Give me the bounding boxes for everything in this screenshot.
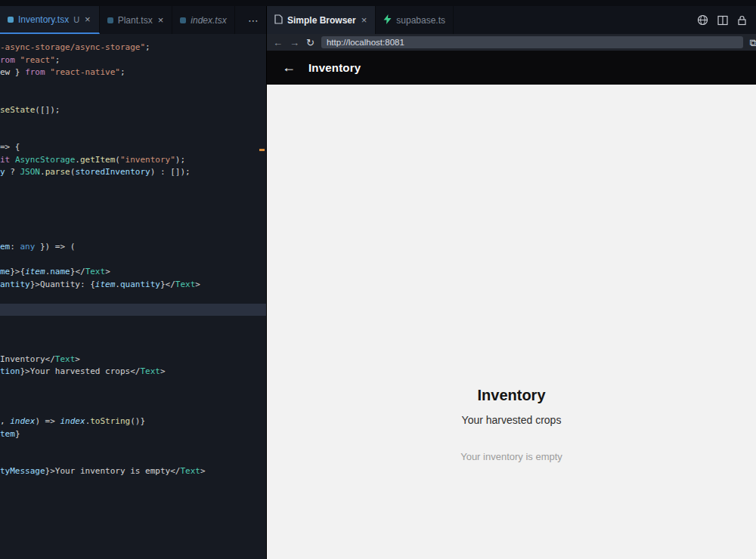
window-title-bar: [0, 0, 756, 6]
code-line: tyMessage}>Your inventory is empty</Text…: [0, 465, 266, 478]
code-line: [0, 403, 266, 416]
git-status-badge: U: [73, 15, 79, 24]
app-back-icon[interactable]: ←: [282, 60, 296, 76]
tab-plant-tsx[interactable]: Plant.tsx ×: [100, 6, 173, 34]
code-line: [0, 179, 266, 192]
code-line: [0, 304, 266, 317]
code-line: ew } from "react-native";: [0, 66, 266, 79]
code-line: tem}: [0, 428, 266, 441]
code-line: Inventory</Text>: [0, 354, 266, 366]
code-line: y ? JSON.parse(storedInventory) : []);: [0, 166, 266, 179]
code-line: [0, 329, 266, 341]
code-line: [0, 79, 266, 92]
url-input[interactable]: http://localhost:8081: [321, 36, 743, 48]
tab-supabase-ts[interactable]: supabase.ts: [376, 6, 454, 34]
close-icon[interactable]: ×: [84, 14, 91, 25]
code-line: seState([]);: [0, 104, 266, 117]
code-line: it AsyncStorage.getItem("inventory");: [0, 154, 266, 167]
close-icon[interactable]: ×: [157, 14, 165, 26]
code-line: [0, 291, 266, 304]
tab-label: Simple Browser: [287, 15, 356, 26]
code-line: [0, 440, 266, 453]
tab-label: Plant.tsx: [118, 15, 153, 26]
code-line: em: any }) => (: [0, 241, 266, 254]
code-line: [0, 453, 266, 466]
forward-icon[interactable]: →: [290, 38, 299, 48]
code-line: [0, 391, 266, 403]
code-line: [0, 116, 266, 129]
preview-page-icon: [274, 14, 283, 26]
browser-pane: Simple Browser × supabase.ts: [267, 6, 756, 559]
editor-actions: [697, 6, 756, 34]
tab-inventory-tsx[interactable]: Inventory.tsx U ×: [0, 6, 100, 34]
overview-ruler: [259, 34, 266, 559]
tsx-file-icon: [107, 17, 113, 23]
tab-label: index.tsx: [191, 15, 226, 26]
code-line: [0, 341, 266, 354]
workbench: Inventory.tsx U × Plant.tsx × index.tsx …: [0, 6, 756, 559]
empty-message: Your inventory is empty: [460, 451, 562, 462]
app-content: Inventory Your harvested crops Your inve…: [267, 85, 756, 559]
supabase-bolt-icon: [383, 14, 392, 26]
tsx-file-icon: [180, 17, 186, 23]
code-line: -async-storage/async-storage";: [0, 42, 266, 54]
more-tabs-icon[interactable]: ⋯: [240, 6, 266, 34]
code-line: [0, 191, 266, 204]
code-line: [0, 216, 266, 229]
globe-icon[interactable]: [697, 14, 708, 26]
code-line: [0, 316, 266, 329]
code-line: , index) => index.toString()}: [0, 415, 266, 428]
editor-pane: Inventory.tsx U × Plant.tsx × index.tsx …: [0, 6, 267, 559]
code-line: antity}>Quantity: {item.quantity}</Text>: [0, 279, 266, 292]
tsx-file-icon: [8, 17, 14, 23]
code-line: [0, 129, 266, 142]
code-line: [0, 378, 266, 391]
editor-tab-bar: Inventory.tsx U × Plant.tsx × index.tsx …: [0, 6, 266, 34]
browser-tab-bar: Simple Browser × supabase.ts: [267, 6, 756, 34]
tab-label: supabase.ts: [396, 15, 445, 26]
split-editor-icon[interactable]: [717, 15, 728, 26]
inventory-heading: Inventory: [477, 387, 545, 404]
code-line: me}>{item.name}</Text>: [0, 266, 266, 279]
back-icon[interactable]: ←: [273, 38, 283, 48]
code-line: [0, 204, 266, 217]
app-header-title: Inventory: [308, 61, 361, 74]
code-line: [0, 254, 266, 267]
tab-label: Inventory.tsx: [18, 14, 69, 25]
code-line: [0, 91, 266, 104]
tab-simple-browser[interactable]: Simple Browser ×: [267, 6, 376, 34]
code-line: tion}>Your harvested crops</Text>: [0, 366, 266, 378]
code-editor[interactable]: -async-storage/async-storage";rom "react…: [0, 34, 266, 559]
app-header: ← Inventory: [267, 51, 756, 85]
code-line: => {: [0, 141, 266, 154]
close-icon[interactable]: ×: [361, 14, 368, 26]
open-external-icon[interactable]: ⧉: [750, 38, 756, 48]
browser-nav-bar: ← → ↻ http://localhost:8081 ⧉: [267, 34, 756, 51]
code-area: -async-storage/async-storage";rom "react…: [0, 42, 266, 478]
code-line: rom "react";: [0, 54, 266, 67]
code-line: [0, 229, 266, 242]
modified-marker: [259, 149, 265, 151]
inventory-subheading: Your harvested crops: [462, 414, 562, 426]
reload-icon[interactable]: ↻: [306, 38, 314, 48]
lock-icon[interactable]: [737, 15, 747, 26]
tab-index-tsx[interactable]: index.tsx: [172, 6, 234, 34]
